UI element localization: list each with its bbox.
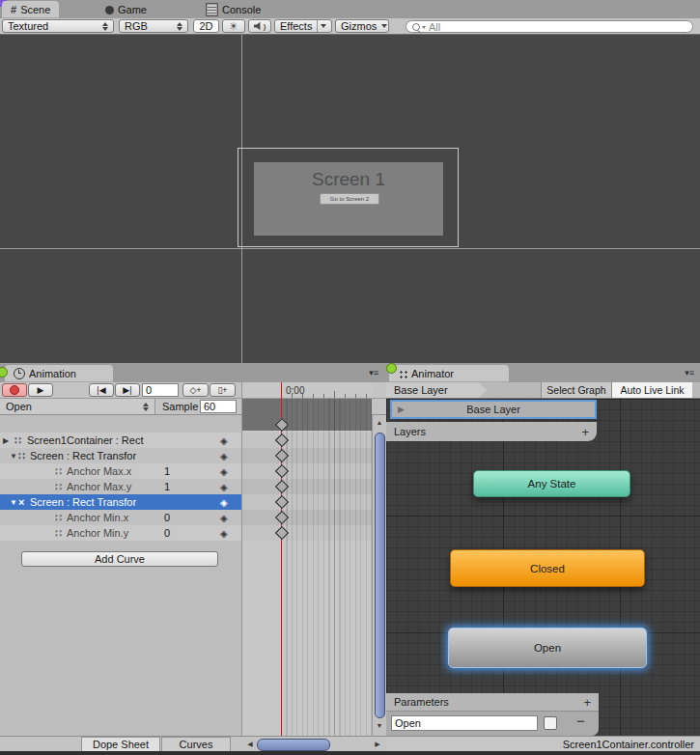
rect-transform-icon: ∷: [18, 450, 25, 462]
gizmos-dropdown[interactable]: Gizmos: [335, 19, 389, 33]
parameter-row: Open −: [386, 712, 599, 736]
row-value: 1: [164, 465, 170, 477]
parameter-name-value: Open: [395, 717, 421, 729]
collapse-arrow-icon[interactable]: ▶: [3, 436, 9, 445]
render-channels-dropdown[interactable]: RGB: [119, 19, 188, 33]
search-icon: [412, 23, 420, 31]
horizontal-scrollbar[interactable]: ◀ ▶: [241, 738, 384, 751]
state-node-open-selected[interactable]: Open: [448, 628, 647, 668]
row-value: 0: [164, 527, 170, 539]
window-bottom-edge: [0, 751, 700, 755]
parameter-name-input[interactable]: Open: [391, 715, 538, 731]
timeline-ruler[interactable]: 0:00: [242, 382, 372, 399]
gizmos-label: Gizmos: [341, 20, 377, 32]
anim-row-screen-rect2-selected[interactable]: ▼ × Screen : Rect Transfor ◈: [0, 494, 241, 510]
anim-row-screen1container[interactable]: ▶ ∷ Screen1Container : Rect ◈: [0, 433, 241, 448]
tab-game[interactable]: Game: [97, 1, 155, 18]
anim-row-anchor-max-y[interactable]: ∷ Anchor Max.y 1 ◈: [0, 479, 241, 494]
scroll-up-icon[interactable]: ▲: [373, 419, 386, 426]
pane-menu-icon[interactable]: ▾≡: [369, 369, 378, 378]
add-keyframe-icon: ◇+: [189, 385, 201, 395]
row-label: Anchor Max.y: [67, 481, 131, 492]
curves-label: Curves: [180, 739, 213, 750]
scroll-right-icon[interactable]: ▶: [371, 741, 384, 748]
keyframe-diamond-icon[interactable]: ◈: [220, 466, 228, 477]
pane-menu-icon[interactable]: ▾≡: [685, 369, 694, 378]
shading-mode-dropdown[interactable]: Textured: [2, 19, 114, 33]
add-keyframe-button[interactable]: ◇+: [182, 383, 209, 397]
channels-label: RGB: [125, 20, 148, 32]
vertical-scroll-thumb[interactable]: [375, 433, 385, 718]
sun-icon: ☀: [229, 21, 238, 31]
select-graph-label: Select Graph: [546, 384, 605, 396]
anim-row-anchor-min-x[interactable]: ∷ Anchor Min.x 0 ◈: [0, 510, 241, 525]
keyframe-diamond-icon[interactable]: ◈: [220, 435, 228, 446]
state-node-closed[interactable]: Closed: [450, 549, 645, 587]
expand-arrow-icon[interactable]: ▼: [10, 498, 17, 507]
scene-lighting-button[interactable]: ☀: [222, 19, 245, 33]
layer-item-label: Base Layer: [466, 404, 520, 415]
add-layer-button[interactable]: +: [581, 425, 589, 439]
add-parameter-button[interactable]: +: [583, 695, 591, 710]
layers-header[interactable]: Layers +: [386, 422, 597, 441]
current-frame-input[interactable]: 0: [142, 383, 179, 397]
dope-sheet-tab[interactable]: Dope Sheet: [81, 737, 160, 751]
sample-rate-input[interactable]: 60: [200, 400, 237, 413]
select-graph-button[interactable]: Select Graph: [541, 382, 611, 398]
keyframe-diamond-icon[interactable]: ◈: [220, 497, 228, 508]
dopesheet-timeline[interactable]: 0:00: [241, 382, 372, 736]
state-node-label: Closed: [530, 563, 565, 574]
tab-console[interactable]: Console: [197, 1, 269, 18]
scroll-left-icon[interactable]: ◀: [243, 741, 257, 748]
anim-row-anchor-min-y[interactable]: ∷ Anchor Min.y 0 ◈: [0, 525, 241, 541]
anim-row-screen-rect1[interactable]: ▼ ∷ Screen : Rect Transfor ◈: [0, 448, 241, 463]
play-button[interactable]: ▶: [28, 383, 53, 397]
tab-scene[interactable]: # Scene: [2, 1, 59, 18]
animator-status-bar: Screen1Container.controller: [386, 736, 700, 751]
keyframe-diamond-icon[interactable]: ◈: [220, 482, 228, 492]
state-node-any-state[interactable]: Any State: [473, 470, 630, 497]
scene-view[interactable]: Screen 1 Go to Screen 2: [0, 35, 700, 363]
curves-tab[interactable]: Curves: [161, 737, 231, 751]
clip-dropdown[interactable]: Open: [0, 399, 155, 414]
vertical-scrollbar[interactable]: ▲ ▼: [372, 415, 386, 736]
add-event-button[interactable]: ▯+: [210, 383, 236, 397]
layer-expand-icon[interactable]: ▶: [398, 405, 405, 414]
last-key-button[interactable]: ▶|: [115, 383, 140, 397]
remove-parameter-button[interactable]: −: [576, 713, 585, 729]
animator-breadcrumb-bar: Base Layer Select Graph Auto Live Link: [386, 382, 700, 399]
step-forward-icon: ▶|: [123, 385, 131, 395]
parameters-header-label: Parameters: [394, 696, 449, 708]
state-node-label: Open: [534, 642, 561, 654]
record-button[interactable]: [2, 383, 27, 397]
state-machine-graph[interactable]: ▶ Base Layer Layers + Any State Closed O…: [386, 399, 700, 736]
tab-animator[interactable]: Animator: [389, 365, 509, 382]
breadcrumb-label: Base Layer: [394, 384, 448, 396]
parameters-header[interactable]: Parameters +: [386, 693, 599, 712]
keyframe-diamond-icon[interactable]: ◈: [220, 451, 228, 461]
horizontal-scroll-thumb[interactable]: [257, 739, 330, 751]
breadcrumb-base-layer[interactable]: Base Layer: [386, 382, 479, 398]
effects-dropdown[interactable]: Effects: [274, 19, 332, 33]
first-key-button[interactable]: |◀: [89, 383, 114, 397]
live-link-indicator: [386, 363, 397, 374]
tab-animation[interactable]: Animation: [5, 365, 113, 382]
layer-item-base-layer[interactable]: ▶ Base Layer: [390, 400, 597, 419]
anim-row-anchor-max-x[interactable]: ∷ Anchor Max.x 1 ◈: [0, 463, 241, 479]
go-to-screen2-button[interactable]: Go to Screen 2: [320, 193, 379, 205]
auto-live-link-button[interactable]: Auto Live Link: [611, 382, 692, 398]
screen1-panel[interactable]: Screen 1 Go to Screen 2: [254, 162, 443, 236]
scroll-down-icon[interactable]: ▼: [373, 722, 386, 729]
expand-arrow-icon[interactable]: ▼: [10, 452, 17, 461]
row-label: Anchor Min.x: [67, 512, 128, 523]
toggle-2d-button[interactable]: 2D: [193, 19, 219, 33]
rect-transform-icon: ∷: [55, 465, 62, 478]
keyframe-diamond-icon[interactable]: ◈: [220, 513, 228, 523]
scene-search-input[interactable]: All: [406, 20, 693, 33]
scene-audio-button[interactable]: ): [248, 19, 271, 33]
parameter-bool-checkbox[interactable]: [544, 716, 557, 730]
timeline-frame-stripes: [281, 399, 372, 736]
layers-header-label: Layers: [394, 426, 426, 437]
add-curve-button[interactable]: Add Curve: [21, 551, 218, 567]
keyframe-diamond-icon[interactable]: ◈: [220, 528, 228, 539]
